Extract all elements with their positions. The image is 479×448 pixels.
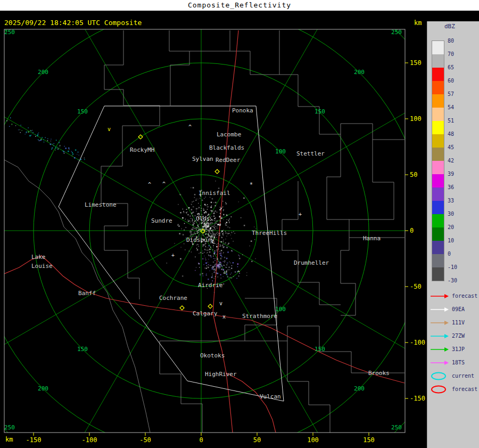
legend-track-item: forecast — [430, 289, 479, 303]
y-tick-label: -50 — [410, 283, 422, 290]
colorbar-segment — [432, 201, 444, 214]
range-ring — [0, 0, 427, 448]
city-label: Ponoka — [232, 107, 253, 114]
city-label: Drumheller — [294, 259, 329, 266]
y-tick-label: 0 — [410, 227, 414, 234]
colorbar-segment — [432, 214, 444, 227]
legend-track-item: forecast — [430, 382, 479, 396]
colorbar-segment — [432, 68, 444, 81]
city-label: Banff — [78, 290, 96, 297]
colorbar-segment — [432, 254, 444, 267]
city-label: Okotoks — [200, 352, 225, 359]
range-label: 250 — [4, 29, 15, 36]
range-label: 150 — [315, 346, 325, 353]
colorbar-tick-label: 42 — [448, 158, 466, 164]
y-tick-label: 50 — [410, 171, 417, 178]
colorbar-tick-label: 0 — [448, 251, 466, 257]
track-label: forecast — [452, 293, 477, 299]
city-label: HighRiver — [205, 371, 237, 378]
track-label: 111V — [452, 320, 465, 325]
station-marker: * — [250, 182, 253, 188]
legend-track-item: 18TS — [430, 356, 479, 369]
colorbar-segment — [432, 54, 444, 68]
boundary-line — [4, 160, 150, 433]
bottom-axis-unit-label: km — [5, 436, 13, 443]
range-label: 100 — [275, 306, 286, 313]
radar-application: { "window": { "title": "Composite_Reflec… — [0, 0, 479, 448]
legend-track-item: 31JP — [430, 343, 479, 356]
x-tick-label: 50 — [253, 436, 261, 444]
colorbar-tick-label: 30 — [448, 211, 466, 217]
track-legend: forecast09EA111V27ZW31JP18TScurrentforec… — [430, 289, 479, 396]
city-label: Strathmore — [242, 313, 277, 320]
boundary-line — [160, 298, 277, 341]
city-label: Cochrane — [159, 295, 187, 302]
colorbar-segment — [432, 108, 444, 121]
station-marker: + — [171, 252, 175, 258]
colorbar-segment — [432, 94, 444, 108]
range-radial-line — [42, 231, 201, 448]
colorbar-tick-label: 65 — [448, 64, 466, 70]
track-arrow-icon — [430, 359, 450, 367]
colorbar-tick-label: -30 — [448, 278, 466, 283]
colorbar-segment — [432, 227, 444, 241]
legend-track-item: 09EA — [430, 303, 479, 316]
y-tick-label: 100 — [410, 115, 422, 123]
x-tick-label: 100 — [307, 436, 319, 444]
range-label: 250 — [391, 424, 402, 431]
track-label: 27ZW — [452, 333, 465, 339]
colorbar-tick-label: 54 — [448, 104, 466, 110]
range-label: 250 — [391, 29, 402, 36]
y-tick-label: -100 — [410, 339, 425, 346]
city-label: Sylvan — [192, 156, 213, 162]
y-tick-label: 150 — [410, 59, 422, 67]
boundary-line — [349, 140, 394, 219]
boundary-line — [282, 181, 341, 305]
city-label: Stettler — [296, 150, 325, 157]
city-label: Hanna — [363, 235, 381, 242]
track-label: 18TS — [452, 360, 465, 365]
legend-track-item: 27ZW — [430, 329, 479, 343]
x-tick-label: 0 — [199, 436, 203, 444]
station-marker: x — [222, 314, 226, 320]
boundary-line — [287, 341, 330, 433]
track-arrow-icon — [430, 305, 450, 314]
track-ellipse-icon — [430, 385, 450, 394]
colorbar: 807065605754514845423936333020100-10-30 — [432, 40, 474, 281]
range-label: 200 — [38, 385, 48, 392]
window-title: Composite_Reflectivity — [0, 0, 479, 11]
colorbar-segment — [432, 41, 444, 54]
range-label: 150 — [77, 346, 88, 353]
city-label: Limestone — [85, 201, 117, 208]
colorbar-segment — [432, 121, 444, 134]
right-axis-unit-label: km — [414, 19, 422, 27]
highway-line — [226, 373, 276, 433]
track-ellipse-icon — [430, 372, 450, 380]
boundary-line — [279, 30, 404, 140]
x-tick-label: -50 — [139, 436, 151, 444]
range-label: 250 — [4, 424, 15, 431]
radar-site-marker — [180, 306, 184, 310]
track-label: 09EA — [452, 306, 465, 312]
colorbar-segment — [432, 148, 444, 161]
legend-track-item: current — [430, 369, 479, 382]
range-label: 150 — [315, 108, 325, 115]
x-tick-label: -100 — [82, 436, 97, 444]
colorbar-segment — [432, 188, 444, 201]
timestamp-label: 2025/09/22 18:42:05 UTC Composite — [4, 19, 142, 27]
radar-site-marker — [215, 169, 219, 174]
station-marker: + — [299, 211, 302, 217]
boundary-line — [160, 341, 202, 433]
colorbar-blocks — [432, 40, 444, 281]
city-label: Vulcan — [260, 393, 281, 400]
map-layers: 2502001502502001501002502001502502001501… — [0, 0, 427, 448]
boundary-line — [169, 30, 189, 105]
city-label: Louise — [31, 263, 53, 270]
radar-map-view[interactable]: 2025/09/22 18:42:05 UTC Composite km km … — [0, 0, 427, 448]
city-label: RockyMH — [130, 146, 154, 153]
station-marker: ^ — [237, 270, 240, 276]
city-label: ThreeHills — [252, 230, 287, 237]
legend-panel: dBZ 807065605754514845423936333020100-10… — [427, 21, 479, 448]
legend-track-item: 111V — [430, 316, 479, 329]
track-arrow-icon — [430, 332, 450, 340]
